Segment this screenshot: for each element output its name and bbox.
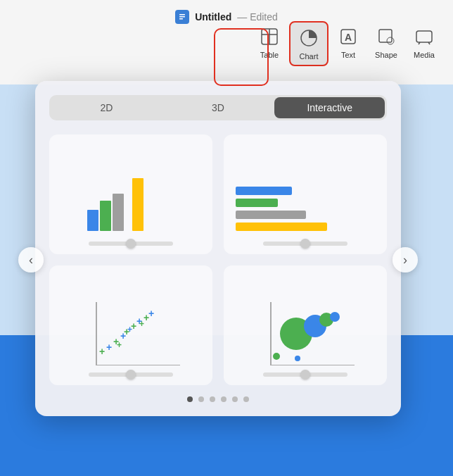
table-label: Table <box>260 51 279 59</box>
shape-label: Shape <box>375 51 397 59</box>
media-icon <box>413 25 435 48</box>
toolbar-shape-button[interactable]: Shape <box>368 21 404 63</box>
table-icon <box>258 25 281 48</box>
svg-text:A: A <box>345 32 352 43</box>
page-dot-2[interactable] <box>198 396 204 402</box>
chart-picker-popup: 2D 3D Interactive ‹ › <box>35 81 401 416</box>
chart-slider-1[interactable] <box>89 242 173 246</box>
chart-label: Chart <box>300 52 319 61</box>
svg-rect-14 <box>100 201 111 231</box>
document-icon <box>175 10 189 24</box>
page-dot-1[interactable] <box>187 396 193 402</box>
scatter-chart-card[interactable]: + + + + + + + + + + + + <box>49 265 212 385</box>
chart-slider-3[interactable] <box>89 372 173 377</box>
toolbar-chart-button[interactable]: Chart <box>289 21 328 66</box>
svg-rect-15 <box>113 194 124 231</box>
chart-grid-container: ‹ › <box>49 134 387 385</box>
page-dot-6[interactable] <box>243 396 249 402</box>
prev-page-button[interactable]: ‹ <box>18 247 44 273</box>
grouped-bar-chart-card[interactable] <box>49 134 212 254</box>
media-label: Media <box>414 51 435 59</box>
toolbar-items: Table Chart A Text <box>251 21 442 66</box>
bubble-chart-card[interactable] <box>224 265 387 385</box>
chart-options-grid: + + + + + + + + + + + + <box>49 134 387 385</box>
tab-interactive[interactable]: Interactive <box>274 97 385 118</box>
scatter-visual: + + + + + + + + + + + + <box>58 274 204 365</box>
grouped-bar-visual <box>58 143 204 234</box>
svg-rect-1 <box>179 14 185 15</box>
tab-2d[interactable]: 2D <box>51 97 162 118</box>
horizontal-bar-chart-card[interactable] <box>224 134 387 254</box>
page-dot-4[interactable] <box>221 396 226 402</box>
next-page-button[interactable]: › <box>393 247 418 273</box>
toolbar-table-button[interactable]: Table <box>251 21 288 63</box>
svg-point-11 <box>387 37 394 44</box>
chart-slider-2[interactable] <box>263 242 347 246</box>
svg-rect-12 <box>416 31 432 42</box>
text-icon: A <box>337 25 359 48</box>
page-indicator <box>49 396 387 402</box>
svg-rect-2 <box>179 16 185 18</box>
toolbar-text-button[interactable]: A Text <box>330 21 366 63</box>
page-dot-3[interactable] <box>210 396 215 402</box>
text-label: Text <box>341 51 355 59</box>
window-title: Untitled <box>195 11 231 23</box>
chart-icon <box>298 27 320 49</box>
tab-3d[interactable]: 3D <box>163 97 274 118</box>
toolbar: Untitled — Edited Table Chart <box>0 0 453 84</box>
toolbar-media-button[interactable]: Media <box>406 21 442 63</box>
chart-type-tabs: 2D 3D Interactive <box>49 95 387 120</box>
shape-icon <box>375 25 397 48</box>
svg-rect-16 <box>132 178 143 231</box>
svg-rect-3 <box>179 18 183 20</box>
svg-rect-10 <box>379 30 392 42</box>
horizontal-bar-visual <box>232 143 378 234</box>
bubble-visual <box>232 274 378 365</box>
page-dot-5[interactable] <box>232 396 238 402</box>
chart-slider-4[interactable] <box>263 372 347 377</box>
svg-rect-13 <box>87 210 98 231</box>
